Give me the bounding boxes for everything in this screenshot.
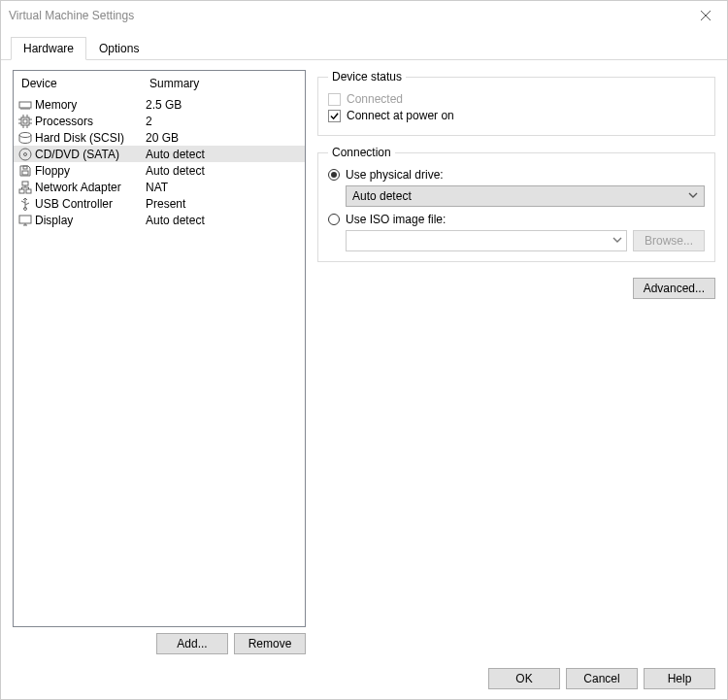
device-row[interactable]: DisplayAuto detect [14, 212, 305, 228]
chevron-down-icon [688, 189, 698, 203]
device-row[interactable]: CD/DVD (SATA)Auto detect [14, 146, 305, 162]
cd-icon [17, 147, 33, 162]
tab-options[interactable]: Options [86, 37, 151, 60]
memory-icon [17, 97, 33, 113]
svg-point-18 [19, 132, 31, 137]
connected-label: Connected [347, 92, 403, 106]
device-row[interactable]: FloppyAuto detect [14, 162, 305, 179]
connection-legend: Connection [328, 146, 395, 159]
device-pane: Device Summary Memory2.5 GBProcessors2Ha… [13, 70, 306, 660]
content-area: Device Summary Memory2.5 GBProcessors2Ha… [1, 60, 727, 660]
remove-button[interactable]: Remove [234, 633, 306, 654]
svg-point-19 [19, 149, 31, 160]
device-name: Processors [35, 115, 146, 128]
physical-drive-value: Auto detect [352, 189, 412, 203]
add-button[interactable]: Add... [156, 633, 228, 654]
device-name: Floppy [35, 164, 146, 178]
svg-rect-23 [22, 182, 28, 185]
device-name: Hard Disk (SCSI) [35, 131, 146, 145]
settings-pane: Device status Connected Connect at power… [317, 70, 715, 660]
ok-button[interactable]: OK [488, 668, 560, 689]
device-row[interactable]: Memory2.5 GB [14, 96, 305, 113]
svg-rect-22 [23, 166, 27, 169]
close-button[interactable] [683, 1, 727, 30]
device-row[interactable]: Processors2 [14, 113, 305, 129]
iso-row: Browse... [346, 230, 705, 251]
floppy-icon [17, 163, 33, 179]
device-name: Memory [35, 98, 146, 112]
help-button[interactable]: Help [644, 668, 715, 689]
device-summary: Present [146, 197, 301, 211]
device-summary: NAT [146, 181, 301, 194]
cpu-icon [17, 114, 33, 129]
close-icon [701, 11, 711, 20]
svg-rect-8 [21, 117, 29, 125]
radio-icon [328, 169, 340, 181]
vm-settings-window: Virtual Machine Settings Hardware Option… [0, 0, 728, 700]
device-name: Display [35, 214, 146, 227]
svg-point-20 [24, 152, 27, 155]
advanced-row: Advanced... [317, 278, 715, 299]
device-summary: 2.5 GB [146, 98, 301, 112]
use-iso-label: Use ISO image file: [346, 213, 446, 226]
connect-at-poweron-checkbox[interactable]: Connect at power on [328, 109, 705, 122]
svg-rect-9 [23, 119, 27, 123]
window-title: Virtual Machine Settings [9, 9, 683, 22]
disk-icon [17, 130, 33, 146]
device-name: Network Adapter [35, 181, 146, 194]
use-iso-radio[interactable]: Use ISO image file: [328, 213, 705, 226]
chevron-down-icon [612, 234, 622, 248]
radio-icon [328, 214, 340, 225]
device-summary: 20 GB [146, 131, 301, 145]
device-row[interactable]: Hard Disk (SCSI)20 GB [14, 129, 305, 146]
device-name: CD/DVD (SATA) [35, 148, 146, 161]
tab-hardware[interactable]: Hardware [11, 37, 86, 60]
usb-icon [17, 196, 33, 212]
device-table: Device Summary Memory2.5 GBProcessors2Ha… [13, 70, 306, 627]
connected-checkbox: Connected [328, 92, 705, 106]
use-physical-radio[interactable]: Use physical drive: [328, 168, 705, 182]
device-row[interactable]: Network AdapterNAT [14, 179, 305, 195]
tab-bar: Hardware Options [1, 30, 727, 60]
physical-drive-select[interactable]: Auto detect [346, 185, 705, 207]
device-status-legend: Device status [328, 70, 406, 83]
col-header-summary[interactable]: Summary [142, 71, 305, 96]
svg-rect-24 [19, 189, 24, 193]
advanced-button[interactable]: Advanced... [633, 278, 715, 299]
checkbox-icon [328, 93, 341, 106]
device-summary: 2 [146, 115, 301, 128]
titlebar: Virtual Machine Settings [1, 1, 727, 30]
connection-group: Connection Use physical drive: Auto dete… [317, 146, 715, 262]
checkbox-icon [328, 110, 341, 122]
device-table-header: Device Summary [14, 71, 305, 96]
cancel-button[interactable]: Cancel [566, 668, 638, 689]
device-summary: Auto detect [146, 164, 301, 178]
col-header-device[interactable]: Device [14, 71, 142, 96]
use-physical-label: Use physical drive: [346, 168, 444, 182]
device-summary: Auto detect [146, 148, 301, 161]
device-status-group: Device status Connected Connect at power… [317, 70, 715, 136]
connect-at-poweron-label: Connect at power on [347, 109, 454, 122]
svg-rect-21 [22, 171, 28, 175]
iso-path-input[interactable] [346, 230, 627, 251]
svg-rect-2 [19, 102, 31, 108]
device-row[interactable]: USB ControllerPresent [14, 195, 305, 212]
svg-rect-25 [26, 189, 31, 193]
network-icon [17, 180, 33, 195]
dialog-buttons: OK Cancel Help [1, 660, 727, 699]
device-name: USB Controller [35, 197, 146, 211]
svg-rect-32 [19, 216, 31, 223]
device-summary: Auto detect [146, 214, 301, 227]
device-buttons: Add... Remove [13, 627, 306, 660]
display-icon [17, 213, 33, 228]
browse-button: Browse... [633, 230, 705, 251]
